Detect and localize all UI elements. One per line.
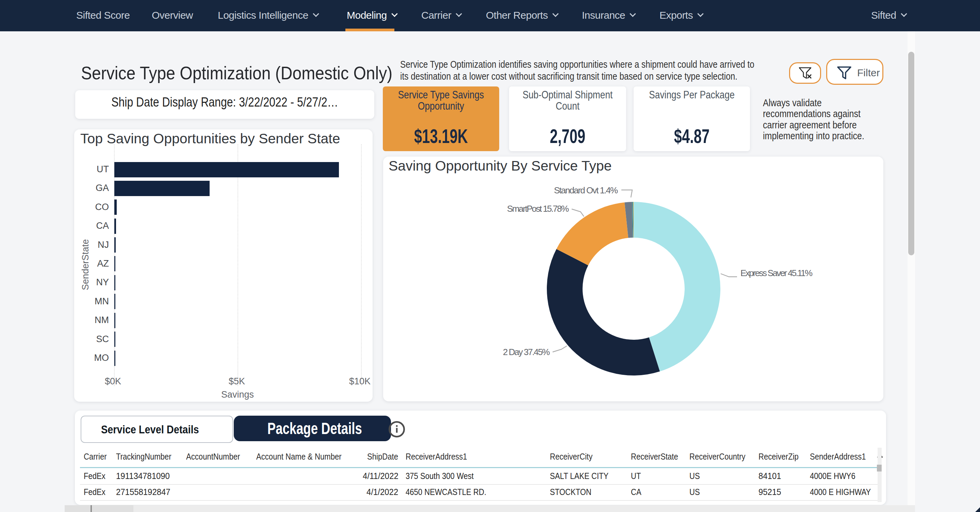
svg-text:SmartPost 15.78%: SmartPost 15.78%: [507, 204, 569, 214]
svg-text:Standard Ovt 1.4%: Standard Ovt 1.4%: [554, 185, 618, 195]
svg-text:Express Saver 45.11%: Express Saver 45.11%: [740, 268, 813, 278]
svg-text:2 Day 37.45%: 2 Day 37.45%: [503, 347, 550, 357]
